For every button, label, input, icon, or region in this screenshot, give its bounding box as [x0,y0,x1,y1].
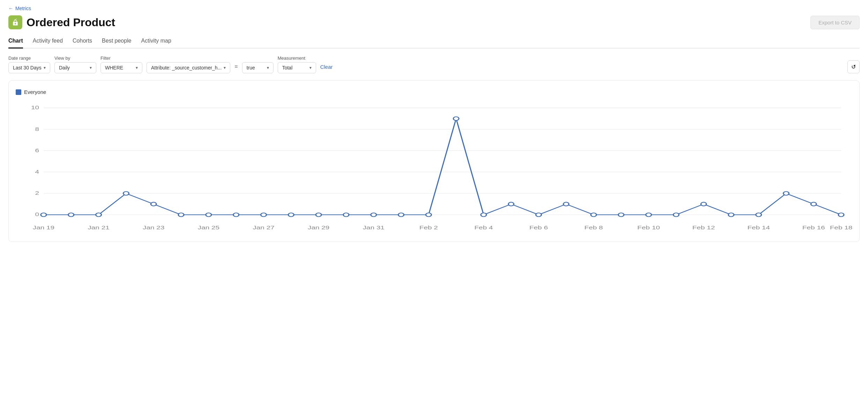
svg-text:Jan 27: Jan 27 [253,225,274,231]
svg-text:0: 0 [35,212,39,217]
tab-activity-feed[interactable]: Activity feed [33,35,63,49]
chart-container: Everyone 0246810Jan 19Jan 21Jan 23Jan 25… [8,80,860,242]
svg-point-35 [206,213,211,217]
attribute-select[interactable]: Attribute: _source_customer_h... ▾ [147,62,230,73]
chevron-down-icon: ▾ [309,65,312,70]
back-link-label: Metrics [15,6,31,11]
view-by-value: Daily [59,65,70,71]
filter-value-select[interactable]: true ▾ [242,62,274,73]
view-by-select[interactable]: Daily ▾ [54,62,96,73]
legend-color-box [16,89,21,95]
back-link[interactable]: ← Metrics [8,6,860,11]
svg-text:6: 6 [35,148,39,153]
svg-point-52 [673,213,679,217]
svg-text:8: 8 [35,126,39,132]
filter-type-value: WHERE [105,65,123,71]
svg-point-45 [481,213,486,217]
svg-text:Jan 29: Jan 29 [308,225,329,231]
date-range-group: Date range Last 30 Days ▾ [8,56,50,73]
svg-text:Feb 6: Feb 6 [529,225,548,231]
svg-point-43 [426,213,432,217]
svg-point-46 [508,202,514,206]
svg-text:Feb 18: Feb 18 [830,225,852,231]
svg-point-54 [728,213,734,217]
equals-sign: = [234,64,238,73]
filter-type-select[interactable]: WHERE ▾ [100,62,142,73]
chart-legend: Everyone [16,89,852,95]
page-title: Ordered Product [27,16,115,29]
svg-point-37 [261,213,267,217]
export-csv-button[interactable]: Export to CSV [810,16,860,29]
chevron-down-icon: ▾ [224,65,226,70]
svg-point-33 [151,202,156,206]
svg-point-32 [123,192,129,195]
svg-text:Feb 10: Feb 10 [637,225,660,231]
header-left: Ordered Product [8,15,115,29]
back-arrow-icon: ← [8,6,13,11]
date-range-select[interactable]: Last 30 Days ▾ [8,62,50,73]
svg-text:Jan 23: Jan 23 [143,225,165,231]
svg-point-30 [68,213,74,217]
date-range-label: Date range [8,56,50,61]
chevron-down-icon: ▾ [44,65,46,70]
tab-chart[interactable]: Chart [8,35,23,49]
filters-row: Date range Last 30 Days ▾ View by Daily … [8,56,860,73]
svg-point-29 [41,213,46,217]
svg-point-51 [646,213,651,217]
refresh-icon: ↺ [851,64,856,70]
svg-text:Jan 21: Jan 21 [88,225,109,231]
attribute-group: x Attribute: _source_customer_h... ▾ [147,56,230,73]
tab-cohorts[interactable]: Cohorts [73,35,92,49]
date-range-value: Last 30 Days [13,65,42,71]
view-by-label: View by [54,56,96,61]
tab-activity-map[interactable]: Activity map [141,35,171,49]
chevron-down-icon: ▾ [267,65,269,70]
filter-label: Filter [100,56,142,61]
svg-text:Jan 19: Jan 19 [33,225,54,231]
svg-point-50 [618,213,624,217]
svg-text:Feb 16: Feb 16 [802,225,825,231]
filter-value-group: x true ▾ [242,56,274,73]
measurement-value: Total [282,65,293,71]
legend-label: Everyone [24,89,46,95]
svg-point-56 [783,192,789,195]
page-header: Ordered Product Export to CSV [8,15,860,29]
view-by-group: View by Daily ▾ [54,56,96,73]
svg-point-47 [536,213,541,217]
svg-point-38 [288,213,294,217]
svg-point-58 [838,213,844,217]
measurement-label: Measurement [278,56,316,61]
chevron-down-icon: ▾ [136,65,138,70]
svg-point-40 [343,213,349,217]
refresh-button[interactable]: ↺ [847,60,860,73]
svg-text:10: 10 [31,105,39,111]
svg-text:Feb 8: Feb 8 [584,225,603,231]
filter-value: true [247,65,255,71]
svg-point-49 [591,213,597,217]
svg-point-36 [233,213,239,217]
svg-point-55 [756,213,762,217]
svg-text:2: 2 [35,191,39,196]
tabs-nav: Chart Activity feed Cohorts Best people … [8,35,860,49]
attribute-value: Attribute: _source_customer_h... [151,65,222,71]
svg-point-53 [701,202,706,206]
svg-point-44 [453,117,459,120]
svg-point-42 [398,213,404,217]
filter-type-group: Filter WHERE ▾ [100,56,142,73]
svg-text:4: 4 [35,169,39,175]
svg-text:Feb 12: Feb 12 [693,225,715,231]
svg-point-41 [371,213,376,217]
measurement-group: Measurement Total ▾ [278,56,316,73]
svg-point-39 [316,213,321,217]
svg-text:Feb 14: Feb 14 [747,225,770,231]
svg-point-34 [178,213,184,217]
svg-text:Jan 25: Jan 25 [198,225,220,231]
shopify-logo-icon [8,15,22,29]
svg-point-48 [563,202,569,206]
chevron-down-icon: ▾ [90,65,92,70]
svg-rect-0 [15,23,16,24]
measurement-select[interactable]: Total ▾ [278,62,316,73]
tab-best-people[interactable]: Best people [102,35,132,49]
svg-text:Feb 2: Feb 2 [419,225,438,231]
clear-button[interactable]: Clear [320,64,333,73]
